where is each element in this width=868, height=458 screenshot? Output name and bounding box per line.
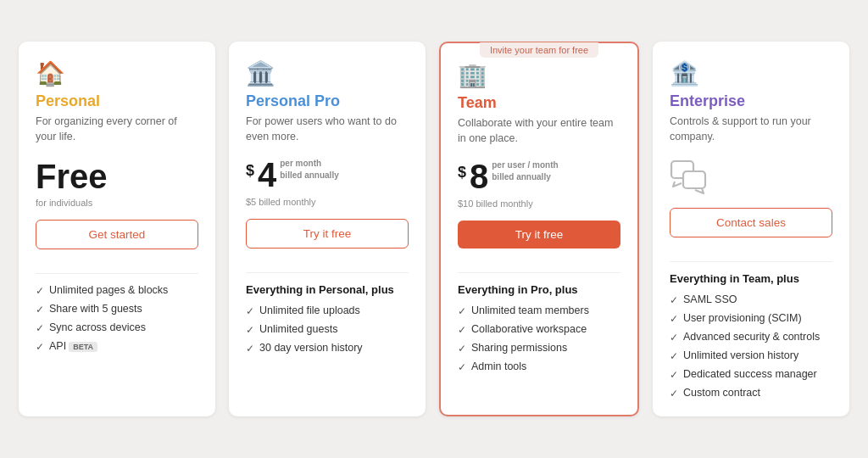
- feature-text: Sync across devices: [49, 321, 146, 333]
- check-icon: ✓: [458, 324, 466, 336]
- feature-text: Sharing permissions: [471, 342, 567, 354]
- features-label-enterprise: Everything in Team, plus: [670, 272, 832, 285]
- divider-team: [458, 272, 620, 273]
- check-icon: ✓: [36, 322, 44, 334]
- plan-name-personal: Personal: [36, 92, 198, 110]
- feature-item: ✓ SAML SSO: [670, 293, 832, 306]
- feature-text: Unlimited file uploads: [259, 304, 360, 316]
- price-currency: $: [458, 165, 466, 180]
- plan-card-enterprise: 🏦EnterpriseControls & support to run you…: [653, 42, 849, 416]
- feature-list-personal: ✓ Unlimited pages & blocks ✓ Share with …: [36, 284, 198, 353]
- divider-personal: [36, 273, 198, 274]
- feature-text: Custom contract: [683, 387, 760, 399]
- feature-item: ✓ Share with 5 guests: [36, 303, 198, 316]
- feature-item: ✓ Admin tools: [458, 360, 620, 373]
- featured-badge: Invite your team for free: [480, 42, 598, 58]
- check-icon: ✓: [246, 324, 254, 336]
- plan-icon-team: 🏢: [458, 64, 620, 87]
- check-icon: ✓: [246, 343, 254, 355]
- feature-item: ✓ Unlimited file uploads: [246, 304, 409, 317]
- beta-badge: BETA: [69, 342, 97, 352]
- plan-card-personal-pro: 🏛️Personal ProFor power users who want t…: [229, 42, 426, 416]
- svg-rect-1: [683, 171, 705, 188]
- price-billing: billed annually: [492, 171, 558, 183]
- plan-name-enterprise: Enterprise: [670, 92, 832, 110]
- feature-text: APIBETA: [49, 340, 97, 352]
- divider-enterprise: [670, 261, 832, 262]
- feature-list-team: ✓ Unlimited team members ✓ Collaborative…: [458, 304, 620, 373]
- price-section-personal-pro: $ 4 per month billed annually: [246, 158, 409, 192]
- check-icon: ✓: [670, 369, 678, 381]
- cta-button-team[interactable]: Try it free: [458, 221, 620, 249]
- check-icon: ✓: [670, 294, 678, 306]
- plan-icon-enterprise: 🏦: [670, 62, 832, 86]
- feature-text: Collaborative workspace: [471, 323, 587, 335]
- feature-item: ✓ APIBETA: [36, 340, 198, 353]
- check-icon: ✓: [36, 285, 44, 297]
- check-icon: ✓: [36, 304, 44, 316]
- feature-item: ✓ Advanced security & controls: [670, 331, 832, 344]
- plan-desc-personal: For organizing every corner of your life…: [36, 114, 198, 144]
- feature-text: SAML SSO: [683, 293, 737, 305]
- feature-item: ✓ Sharing permissions: [458, 342, 620, 355]
- feature-text: 30 day version history: [259, 342, 363, 354]
- pricing-container: 🏠PersonalFor organizing every corner of …: [19, 42, 849, 416]
- check-icon: ✓: [246, 305, 254, 317]
- cta-button-enterprise[interactable]: Contact sales: [670, 208, 832, 237]
- check-icon: ✓: [458, 343, 466, 355]
- cta-button-personal-pro[interactable]: Try it free: [246, 219, 409, 249]
- feature-text: Unlimited team members: [471, 304, 589, 316]
- features-label-personal-pro: Everything in Personal, plus: [246, 283, 409, 296]
- feature-text: User provisioning (SCIM): [683, 312, 802, 324]
- feature-text: Advanced security & controls: [683, 331, 820, 343]
- plan-desc-personal-pro: For power users who want to do even more…: [246, 114, 409, 144]
- price-sub-team: $10 billed monthly: [458, 198, 620, 209]
- price-per: per user / month: [492, 159, 558, 171]
- divider-personal-pro: [246, 272, 409, 273]
- check-icon: ✓: [670, 388, 678, 399]
- feature-text: Share with 5 guests: [49, 303, 142, 315]
- plan-card-personal: 🏠PersonalFor organizing every corner of …: [19, 42, 215, 416]
- price-amount: 4: [258, 158, 276, 192]
- check-icon: ✓: [458, 305, 466, 317]
- plan-name-personal-pro: Personal Pro: [246, 92, 409, 110]
- feature-item: ✓ Sync across devices: [36, 321, 198, 334]
- feature-item: ✓ Unlimited team members: [458, 304, 620, 317]
- feature-text: Admin tools: [471, 360, 526, 372]
- feature-item: ✓ Collaborative workspace: [458, 323, 620, 336]
- feature-list-personal-pro: ✓ Unlimited file uploads ✓ Unlimited gue…: [246, 304, 409, 355]
- price-personal: Free: [36, 158, 198, 196]
- feature-text: Dedicated success manager: [683, 368, 817, 380]
- price-sub-personal-pro: $5 billed monthly: [246, 197, 409, 207]
- check-icon: ✓: [670, 350, 678, 362]
- plan-name-team: Team: [458, 94, 620, 112]
- check-icon: ✓: [458, 361, 466, 373]
- plan-desc-enterprise: Controls & support to run your company.: [670, 114, 832, 144]
- price-per: per month: [280, 158, 338, 170]
- features-label-team: Everything in Pro, plus: [458, 283, 620, 296]
- plan-icon-personal-pro: 🏛️: [246, 62, 409, 86]
- plan-icon-personal: 🏠: [36, 62, 198, 86]
- feature-text: Unlimited pages & blocks: [49, 284, 168, 296]
- check-icon: ✓: [670, 313, 678, 325]
- price-amount: 8: [470, 159, 488, 193]
- check-icon: ✓: [670, 332, 678, 344]
- feature-list-enterprise: ✓ SAML SSO ✓ User provisioning (SCIM) ✓ …: [670, 293, 832, 399]
- feature-item: ✓ Unlimited version history: [670, 349, 832, 362]
- feature-item: ✓ Dedicated success manager: [670, 368, 832, 381]
- price-currency: $: [246, 163, 254, 178]
- plan-card-team: Invite your team for free🏢TeamCollaborat…: [439, 42, 639, 416]
- cta-button-personal[interactable]: Get started: [36, 220, 198, 249]
- feature-item: ✓ Unlimited pages & blocks: [36, 284, 198, 297]
- feature-item: ✓ Unlimited guests: [246, 323, 409, 336]
- price-billing: billed annually: [280, 170, 338, 182]
- feature-text: Unlimited version history: [683, 349, 798, 361]
- feature-item: ✓ User provisioning (SCIM): [670, 312, 832, 325]
- enterprise-icon: [670, 158, 832, 201]
- feature-text: Unlimited guests: [259, 323, 337, 335]
- price-section-team: $ 8 per user / month billed annually: [458, 159, 620, 193]
- price-label-personal: for individuals: [36, 198, 198, 208]
- plan-desc-team: Collaborate with your entire team in one…: [458, 115, 620, 146]
- feature-item: ✓ Custom contract: [670, 387, 832, 399]
- check-icon: ✓: [36, 341, 44, 353]
